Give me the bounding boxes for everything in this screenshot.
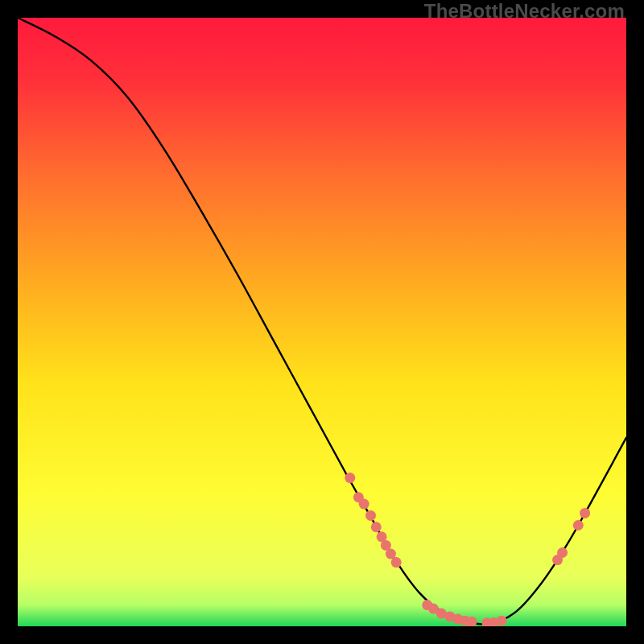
data-marker xyxy=(359,499,369,510)
data-marker xyxy=(497,616,507,626)
data-marker xyxy=(365,510,376,521)
chart-frame xyxy=(18,18,626,626)
data-marker xyxy=(573,520,584,530)
data-marker xyxy=(391,557,402,568)
data-marker xyxy=(557,547,568,558)
data-marker xyxy=(580,508,590,518)
data-marker xyxy=(371,522,382,532)
chart-background xyxy=(18,18,626,626)
data-marker xyxy=(345,473,355,483)
bottleneck-chart xyxy=(18,18,626,626)
watermark-label: TheBottleNecker.com xyxy=(424,0,625,23)
